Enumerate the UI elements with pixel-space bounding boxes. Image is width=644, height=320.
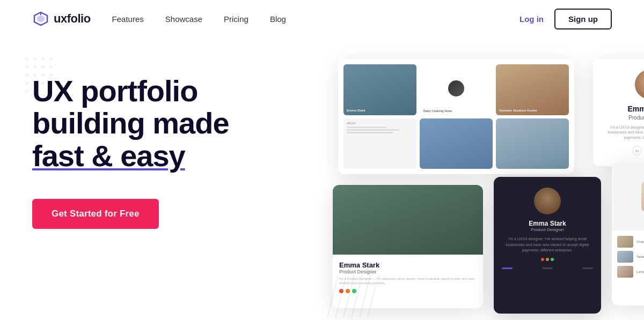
portfolio-role: Product Designer bbox=[339, 269, 477, 274]
nav-dot-2 bbox=[542, 267, 553, 269]
social-link-1: in bbox=[632, 146, 642, 155]
thumb-cell-3: Summer Vacation Center bbox=[496, 64, 569, 115]
main-nav: Features Showcase Pricing Blog bbox=[112, 14, 519, 24]
product-card: Furniture Shop Emma Daniels Chair Table … bbox=[612, 161, 644, 306]
dark-profile-name: Emma Stark bbox=[529, 220, 566, 227]
svg-point-11 bbox=[25, 73, 28, 77]
profile-name-top: Emma Stark bbox=[628, 105, 644, 113]
product-bottom: Chair Table Lamp bbox=[612, 230, 644, 306]
login-button[interactable]: Log in bbox=[519, 14, 544, 24]
thumb-cell-5 bbox=[420, 118, 493, 169]
header-actions: Log in Sign up bbox=[519, 9, 612, 29]
svg-point-15 bbox=[25, 81, 28, 85]
nav-dot-active bbox=[502, 267, 513, 269]
item-thumb-1 bbox=[617, 236, 633, 248]
hero-section: UX portfolio building made fast & easy G… bbox=[0, 38, 644, 320]
profile-desc-top: I'm a UX/UI designer. I've worked helpin… bbox=[604, 125, 644, 140]
svg-point-7 bbox=[25, 65, 28, 69]
nav-features[interactable]: Features bbox=[112, 14, 144, 24]
dark-profile-card: Emma Stark Product Designer I'm a UX/UI … bbox=[494, 177, 601, 314]
nav-dot-3 bbox=[582, 267, 593, 269]
portfolio-name: Emma Stark bbox=[339, 261, 477, 269]
dark-rating bbox=[541, 258, 554, 261]
profile-role-top: Product Designer bbox=[628, 115, 644, 121]
thumb-label-1: Emma Stark bbox=[347, 109, 365, 112]
product-item-2: Table bbox=[617, 251, 644, 263]
svg-point-18 bbox=[25, 90, 28, 93]
cta-button[interactable]: Get Started for Free bbox=[32, 199, 159, 229]
nav-pricing[interactable]: Pricing bbox=[224, 14, 248, 24]
dark-avatar bbox=[534, 188, 561, 214]
logo-text: uxfolio bbox=[54, 12, 91, 26]
thumb-cell-1: Emma Stark bbox=[343, 64, 416, 115]
item-label-3: Lamp bbox=[636, 270, 644, 273]
product-image bbox=[641, 182, 644, 211]
hero-title: UX portfolio building made fast & easy bbox=[32, 75, 301, 172]
dark-profile-role: Product Designer bbox=[531, 227, 564, 232]
hero-visuals: Emma Stark Baby Clothing Store Summer Va… bbox=[301, 54, 612, 320]
item-label-2: Table bbox=[636, 255, 644, 258]
nav-showcase[interactable]: Showcase bbox=[165, 14, 202, 24]
item-thumb-2 bbox=[617, 251, 633, 263]
nav-blog[interactable]: Blog bbox=[270, 14, 286, 24]
thumb-cell-6 bbox=[496, 118, 569, 169]
profile-avatar-top bbox=[635, 70, 645, 99]
dark-profile-desc: I'm a UX/UI designer. I've worked helpin… bbox=[502, 236, 593, 254]
rating-dot-3 bbox=[551, 258, 554, 261]
signup-button[interactable]: Sign up bbox=[554, 9, 612, 29]
dark-nav-dots bbox=[502, 267, 593, 269]
thumb-cell-2: Baby Clothing Store bbox=[420, 64, 493, 115]
hero-content: UX portfolio building made fast & easy G… bbox=[32, 54, 301, 229]
thumb-cell-4: ABOUT bbox=[343, 118, 416, 169]
rating-dot-1 bbox=[541, 258, 544, 261]
social-links: in tw be bbox=[632, 146, 644, 155]
svg-point-3 bbox=[25, 57, 28, 61]
product-top: Furniture Shop Emma Daniels bbox=[612, 161, 644, 230]
portfolio-grid-card: Emma Stark Baby Clothing Store Summer Va… bbox=[338, 59, 574, 174]
product-item-1: Chair bbox=[617, 236, 644, 248]
portfolio-photo bbox=[333, 185, 483, 255]
header: uxfolio Features Showcase Pricing Blog L… bbox=[0, 0, 644, 38]
item-thumb-3 bbox=[617, 266, 633, 278]
svg-marker-1 bbox=[37, 15, 45, 23]
thumb-label-baby: Baby Clothing Store bbox=[422, 109, 453, 113]
diagonal-decoration bbox=[327, 275, 392, 320]
profile-card-top: Emma Stark Product Designer I'm a UX/UI … bbox=[593, 59, 644, 166]
logo[interactable]: uxfolio bbox=[32, 10, 91, 27]
item-label-1: Chair bbox=[636, 240, 644, 243]
thumb-label-3: Summer Vacation Center bbox=[499, 109, 537, 112]
product-item-3: Lamp bbox=[617, 266, 644, 278]
rating-dot-2 bbox=[546, 258, 549, 261]
